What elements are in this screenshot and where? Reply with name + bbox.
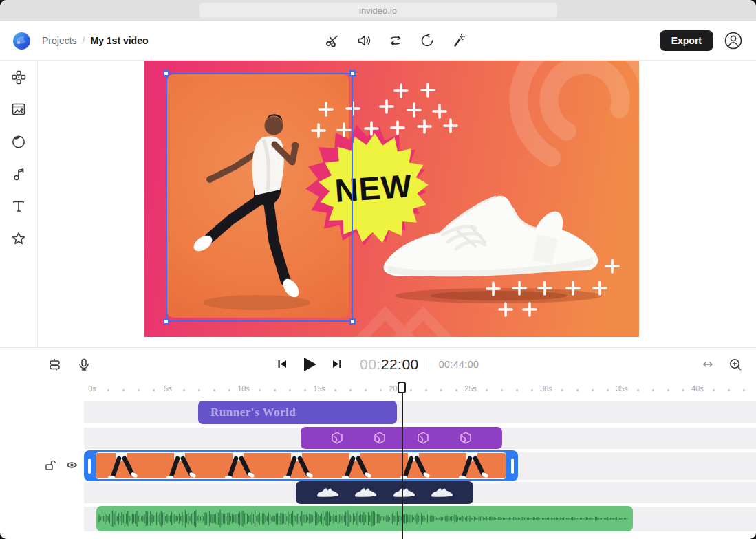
time-divider [429,358,429,371]
ruler-tick [410,389,412,391]
ruler-tick [486,389,488,391]
header-right: Export [660,30,744,51]
ruler-tick [728,389,730,391]
ruler-label: 5s [164,384,172,393]
account-icon[interactable] [723,30,744,51]
ruler-tick [516,389,518,391]
ruler-tick [652,389,654,391]
browser-bar: invideo.io [0,0,756,21]
ruler-tick [183,389,185,391]
ruler-tick [455,389,457,391]
zoom-in-icon[interactable] [728,358,742,371]
ruler-tick [138,389,140,391]
text-clip[interactable]: Runner's World [198,401,397,424]
magic-wand-icon[interactable] [451,33,466,48]
ruler-tick [259,389,261,391]
track-row-text [84,402,756,424]
text-clip-label: Runner's World [210,406,296,419]
trim-handle-left[interactable] [88,459,91,474]
ruler-tick [592,389,594,391]
cube-icon [459,431,473,445]
timeline-tracks: Runner's World [0,398,756,539]
play-button[interactable] [301,356,318,373]
ruler-tick [365,389,367,391]
ruler-tick [501,389,503,391]
sidebar-item-filters[interactable] [11,134,26,149]
visibility-eye-icon[interactable] [66,459,80,473]
playhead-line[interactable] [402,392,403,539]
audio-clip[interactable] [96,506,633,531]
sidebar-item-layouts[interactable] [11,69,26,85]
ruler-tick [228,389,230,391]
sticker-clip[interactable] [296,481,473,504]
ruler-tick [561,389,563,391]
ruler-tick [667,389,669,391]
ruler-tick [304,389,306,391]
cube-icon [373,431,387,445]
swap-arrows-icon[interactable] [388,33,403,48]
address-pill[interactable]: invideo.io [199,3,557,18]
unlock-icon[interactable] [44,459,58,473]
shoe-icon [316,487,339,498]
video-clip[interactable] [84,450,518,481]
ruler-label: 30s [540,384,552,393]
project-title[interactable]: My 1st video [90,35,148,46]
scissors-trim-icon[interactable] [325,33,340,48]
playhead-handle[interactable] [398,382,406,393]
sidebar-item-text[interactable] [11,199,26,214]
sidebar-item-music[interactable] [11,166,26,182]
header-toolbar [325,21,466,60]
ruler-tick [213,389,215,391]
microphone-icon[interactable] [77,358,91,371]
tracks-adjust-icon[interactable] [48,358,62,371]
timeline-ruler[interactable]: 0s5s10s15s20s25s30s35s40s [0,380,756,398]
ruler-label: 35s [616,384,628,393]
ruler-tick [440,389,442,391]
time-display: 00: 22:00 00:44:00 [360,356,479,373]
breadcrumb-separator: / [83,35,85,46]
ruler-tick [334,389,336,391]
ruler-tick [198,389,200,391]
ruler-tick [743,389,745,391]
ruler-tick [274,389,276,391]
fit-width-icon[interactable] [701,358,715,371]
plus-decorations [144,60,639,337]
shoe-icon [392,487,415,498]
export-button[interactable]: Export [660,30,713,51]
ruler-tick [713,389,715,391]
shoe-icon [430,487,453,498]
ruler-label: 10s [237,384,250,393]
main: NEW [0,60,756,347]
ruler-label: 15s [313,384,325,393]
video-preview[interactable]: NEW [144,60,639,337]
ruler-label: 40s [691,384,704,393]
sidebar-item-elements[interactable] [11,231,26,246]
ruler-tick [153,389,155,391]
header: Projects / My 1st video Export [0,21,756,60]
app-window: invideo.io Projects / My 1st video [0,0,756,539]
ruler-tick [607,389,609,391]
ruler-tick [531,389,533,391]
current-time: 22:00 [381,356,419,373]
rotate-icon[interactable] [420,33,435,48]
skip-to-start-button[interactable] [277,359,288,369]
ruler-tick [289,389,291,391]
timeline-controls: 00: 22:00 00:44:00 [0,348,756,380]
canvas-area: NEW [38,60,756,347]
sidebar-item-media[interactable] [11,102,26,117]
ruler-tick [425,389,427,391]
ruler-tick [380,389,382,391]
trim-handle-right[interactable] [511,459,514,474]
sidebar [0,60,38,347]
skip-to-end-button[interactable] [332,359,342,369]
invideo-logo-icon[interactable] [12,32,31,50]
breadcrumb-projects-link[interactable]: Projects [42,35,77,46]
timeline: 00: 22:00 00:44:00 0s5s10s15s20s25s30s35… [0,347,756,539]
ruler-tick [637,389,639,391]
video-clip-thumbnails [96,452,506,479]
timeline-right-tools [701,348,742,380]
ruler-tick [576,389,579,391]
cube-icon [416,431,430,445]
breadcrumb: Projects / My 1st video [42,35,149,46]
volume-icon[interactable] [356,33,371,48]
